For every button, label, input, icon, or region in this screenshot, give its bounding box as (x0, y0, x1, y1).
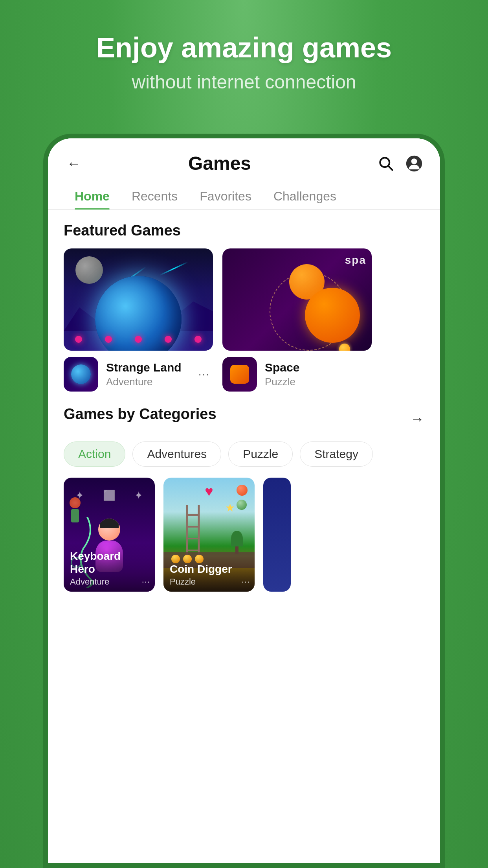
glow-dot-4 (165, 336, 172, 343)
cd-item-green (237, 500, 247, 510)
tab-challenges[interactable]: Challenges (262, 182, 347, 209)
chip-action[interactable]: Action (64, 441, 125, 467)
game-card-partial (263, 478, 291, 592)
coin-digger-menu-button[interactable]: ··· (242, 577, 250, 587)
game-card-coin-digger[interactable]: ♥ ★ (163, 478, 255, 592)
spacefood-scene: spa (222, 248, 372, 351)
spacefood-label: spa (345, 254, 366, 267)
svg-line-1 (388, 166, 392, 170)
featured-card-strange-land[interactable]: Strange Land Adventure ··· (64, 248, 213, 392)
strange-land-text: Strange Land Adventure (106, 361, 187, 388)
spacefood-name: Space (265, 361, 301, 374)
profile-button[interactable] (404, 153, 424, 174)
kh-sym-2: ⬜ (103, 489, 116, 502)
categories-title: Games by Categories (64, 406, 216, 423)
glow-dot-1 (75, 336, 82, 343)
hero-subtitle: without internet connection (24, 71, 464, 93)
phone-frame: ← Games (43, 134, 445, 868)
category-games-row: ✦ ⬜ ✦ (64, 478, 424, 592)
spacefood-thumb (222, 357, 257, 392)
hero-section: Enjoy amazing games without internet con… (0, 31, 488, 93)
strange-land-info: Strange Land Adventure ··· (64, 357, 213, 392)
top-bar: ← Games (48, 138, 440, 182)
cd-heart: ♥ (205, 483, 213, 500)
cd-item-orange (237, 485, 248, 496)
spacefood-genre: Puzzle (265, 376, 301, 388)
featured-card-spacefood[interactable]: spa (222, 248, 301, 392)
keyboard-hero-image: ✦ ⬜ ✦ (64, 478, 155, 592)
cd-items (237, 485, 248, 510)
featured-section-title: Featured Games (64, 222, 424, 239)
categories-header: Games by Categories → (64, 406, 424, 432)
tab-recents[interactable]: Recents (121, 182, 189, 209)
tabs-bar: Home Recents Favorites Challenges (48, 182, 440, 210)
cd-star: ★ (225, 501, 235, 514)
spacefood-image: spa (222, 248, 372, 351)
strange-land-genre: Adventure (106, 376, 187, 388)
cd-ladder-svg (183, 505, 203, 556)
chip-adventures[interactable]: Adventures (132, 441, 221, 467)
chip-puzzle[interactable]: Puzzle (228, 441, 293, 467)
coin-digger-image: ♥ ★ (163, 478, 255, 592)
spacefood-info: Space Puzzle (222, 357, 301, 392)
chip-strategy[interactable]: Strategy (300, 441, 373, 467)
space-scene (64, 248, 213, 351)
search-icon (377, 155, 394, 172)
top-actions (376, 153, 424, 174)
main-content: Featured Games (48, 210, 440, 863)
categories-arrow-button[interactable]: → (410, 411, 424, 427)
space-moon (75, 256, 103, 284)
strange-land-name: Strange Land (106, 361, 187, 374)
keyboard-hero-overlay: Keyboard Hero Adventure (64, 543, 155, 592)
coin-3 (339, 344, 350, 351)
spacefood-text: Space Puzzle (265, 361, 301, 388)
glow-dot-5 (194, 336, 202, 343)
glow-dot-2 (105, 336, 112, 343)
page-title: Games (64, 153, 376, 174)
featured-games-scroll[interactable]: Strange Land Adventure ··· spa (64, 248, 424, 392)
game-card-keyboard-hero[interactable]: ✦ ⬜ ✦ (64, 478, 155, 592)
keyboard-hero-menu-button[interactable]: ··· (142, 577, 150, 587)
cd-tree (227, 531, 247, 554)
strange-land-more-button[interactable]: ··· (195, 365, 213, 384)
strange-land-thumb (64, 357, 98, 392)
keyboard-hero-genre: Adventure (70, 577, 149, 587)
glow-dots (64, 336, 213, 343)
strange-land-image (64, 248, 213, 351)
kh-symbols: ✦ ⬜ ✦ (75, 489, 143, 502)
coin-digger-name: Coin Digger (170, 563, 248, 576)
categories-section: Games by Categories → Action Adventures … (64, 406, 424, 592)
keyboard-hero-name: Keyboard Hero (70, 550, 149, 576)
search-button[interactable] (376, 153, 396, 174)
coin-digger-genre: Puzzle (170, 577, 248, 587)
phone-screen: ← Games (48, 138, 440, 863)
kh-sym-3: ✦ (134, 489, 143, 502)
spacefood-planet-orange (305, 288, 360, 343)
tab-favorites[interactable]: Favorites (189, 182, 262, 209)
profile-icon (405, 155, 423, 172)
category-chips: Action Adventures Puzzle Strategy (64, 441, 424, 467)
coin-digger-overlay: Coin Digger Puzzle (163, 556, 255, 592)
glow-dot-3 (135, 336, 142, 343)
partial-card-image (263, 478, 291, 592)
svg-point-3 (411, 158, 417, 164)
shooting-star-2 (159, 261, 188, 276)
hero-title: Enjoy amazing games (24, 31, 464, 64)
tab-home[interactable]: Home (64, 182, 121, 209)
